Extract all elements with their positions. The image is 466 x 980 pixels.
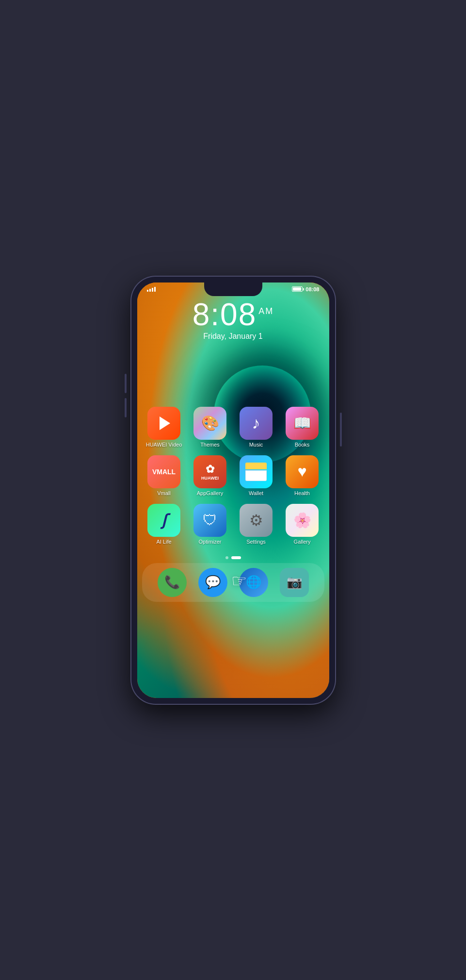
clock-colon: : (210, 297, 220, 332)
signal-bar-1 (147, 290, 148, 292)
ailife-logo-icon: ʃ (161, 511, 167, 530)
page-dot-2 (231, 556, 241, 559)
dock-app-camera[interactable]: 📷 (280, 568, 309, 597)
play-icon (160, 416, 170, 430)
themes-inner-icon (193, 407, 226, 440)
settings-gear-icon: ⚙ (249, 511, 263, 530)
app-optimizer[interactable]: 🛡 Optimizer (191, 504, 229, 545)
app-icon-health: ♥ (286, 455, 319, 488)
app-icon-music: ♪ (240, 407, 273, 440)
volume-down-button[interactable] (125, 398, 127, 417)
clock-minute: 08 (220, 297, 257, 332)
app-appgallery[interactable]: ✿ HUAWEI AppGallery (191, 455, 229, 496)
app-label-vmall: Vmall (157, 490, 171, 496)
dock-app-phone[interactable]: 📞 (158, 568, 187, 597)
book-icon: 📖 (293, 415, 311, 432)
music-note-icon: ♪ (252, 414, 260, 432)
app-label-ai-life: AI Life (156, 539, 171, 545)
gallery-flower-icon: 🌸 (293, 512, 311, 529)
signal-strength (147, 287, 156, 292)
app-wallet[interactable]: Wallet (237, 455, 275, 496)
apps-grid: HUAWEI Video Themes ♪ Music 📖 Books (137, 399, 329, 552)
messages-icon: 💬 (205, 575, 221, 590)
app-icon-huawei-video (147, 407, 180, 440)
app-icon-settings: ⚙ (240, 504, 273, 537)
app-icon-ailife: ʃ (147, 504, 180, 537)
signal-bar-3 (152, 288, 153, 292)
wallet-card-bottom (245, 470, 267, 481)
wallet-card-top (245, 463, 267, 469)
huawei-text: HUAWEI (201, 476, 219, 481)
app-themes[interactable]: Themes (191, 407, 229, 448)
app-label-optimizer: Optimizer (198, 539, 221, 545)
app-icon-optimizer: 🛡 (193, 504, 226, 537)
app-icon-books: 📖 (286, 407, 319, 440)
health-heart-icon: ♥ (298, 463, 307, 481)
app-icon-wallet (240, 455, 273, 488)
appgallery-inner: ✿ HUAWEI (201, 463, 219, 481)
app-label-themes: Themes (200, 442, 220, 448)
cursor-pointer: ☞ (231, 571, 247, 591)
app-icon-vmall: VMALL (147, 455, 180, 488)
page-indicators (137, 556, 329, 559)
app-gallery[interactable]: 🌸 Gallery (283, 504, 321, 545)
app-ai-life[interactable]: ʃ AI Life (145, 504, 183, 545)
app-label-wallet: Wallet (249, 490, 263, 496)
huawei-logo-icon: ✿ (206, 463, 214, 476)
notch (204, 282, 262, 296)
app-label-health: Health (294, 490, 310, 496)
optimizer-shield-icon: 🛡 (203, 512, 217, 529)
signal-bar-2 (149, 289, 151, 292)
clock-ampm: AM (258, 306, 273, 316)
app-label-gallery: Gallery (294, 539, 311, 545)
app-icon-themes (193, 407, 226, 440)
app-huawei-video[interactable]: HUAWEI Video (145, 407, 183, 448)
signal-bar-4 (154, 287, 156, 292)
time-display: 8:08AM Friday, January 1 (137, 299, 329, 341)
app-health[interactable]: ♥ Health (283, 455, 321, 496)
app-label-settings: Settings (246, 539, 266, 545)
app-label-books: Books (295, 442, 310, 448)
app-music[interactable]: ♪ Music (237, 407, 275, 448)
app-vmall[interactable]: VMALL Vmall (145, 455, 183, 496)
clock-hour: 8 (193, 297, 211, 332)
app-label-huawei-video: HUAWEI Video (146, 442, 182, 448)
volume-up-button[interactable] (125, 374, 127, 393)
phone-screen: 08:08 8:08AM Friday, January 1 HUAWEI Vi… (137, 282, 329, 698)
status-time: 08:08 (305, 286, 319, 292)
app-settings[interactable]: ⚙ Settings (237, 504, 275, 545)
page-dot-1 (225, 556, 228, 559)
dock-app-messages[interactable]: 💬 (198, 568, 227, 597)
clock-time: 8:08AM (137, 299, 329, 330)
phone-icon: 📞 (164, 575, 180, 590)
app-icon-appgallery: ✿ HUAWEI (193, 455, 226, 488)
phone-frame: 08:08 8:08AM Friday, January 1 HUAWEI Vi… (131, 277, 335, 704)
battery-icon (292, 286, 303, 292)
vmall-icon: VMALL (152, 468, 176, 476)
power-button[interactable] (340, 413, 342, 447)
browser-globe-icon: 🌐 (246, 575, 261, 590)
app-label-music: Music (249, 442, 263, 448)
clock-date: Friday, January 1 (137, 332, 329, 341)
app-label-appgallery: AppGallery (197, 490, 223, 496)
app-books[interactable]: 📖 Books (283, 407, 321, 448)
app-icon-gallery: 🌸 (286, 504, 319, 537)
camera-icon: 📷 (287, 575, 302, 590)
